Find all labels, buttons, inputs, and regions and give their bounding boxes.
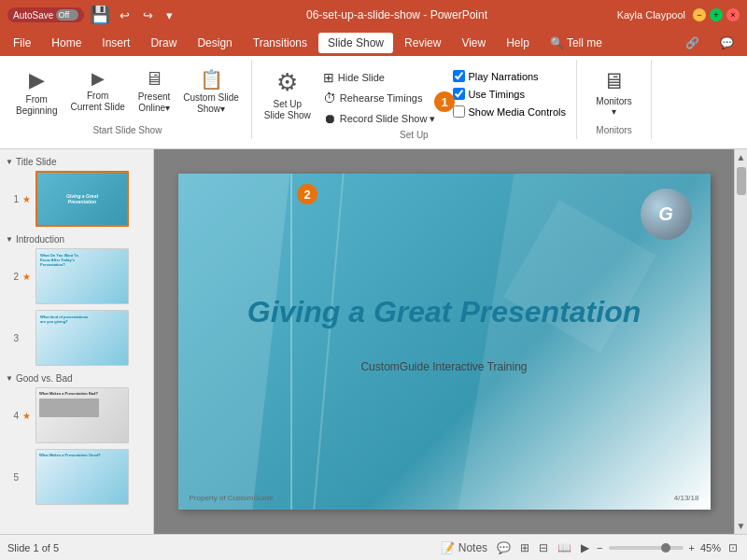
scroll-up-arrow[interactable]: ▲ <box>734 149 747 165</box>
zoom-minus[interactable]: − <box>597 542 602 553</box>
menu-help[interactable]: Help <box>497 33 539 53</box>
play-narrations-input[interactable] <box>453 70 465 82</box>
minimize-button[interactable]: − <box>693 8 706 21</box>
play-narrations-checkbox[interactable]: Play Narrations <box>450 69 569 83</box>
notes-button[interactable]: 📝 Notes <box>439 539 489 556</box>
menu-insert[interactable]: Insert <box>92 33 139 53</box>
slide-star-5: ★ <box>22 472 32 483</box>
menu-design[interactable]: Design <box>188 33 241 53</box>
setup-slide-show-button[interactable]: ⚙ Set UpSlide Show <box>260 65 316 124</box>
undo-button[interactable]: ↩ <box>116 7 134 24</box>
play-narrations-label: Play Narrations <box>468 71 538 82</box>
custom-slide-show-label: Custom SlideShow▾ <box>183 92 238 115</box>
slide-star-3: ★ <box>22 333 32 343</box>
ribbon-group-monitors: 🖥 Monitors▾ Monitors <box>577 60 652 139</box>
maximize-button[interactable]: + <box>710 8 723 21</box>
more-options-button[interactable]: ▾ <box>162 7 176 24</box>
slide-thumb-1[interactable]: Giving a GreatPresentation <box>35 171 129 227</box>
section-introduction[interactable]: ▼ Introduction <box>4 231 149 246</box>
show-media-controls-input[interactable] <box>453 105 465 118</box>
present-online-label: PresentOnline▾ <box>138 91 170 114</box>
menu-view[interactable]: View <box>452 33 495 53</box>
slide-canvas[interactable]: G Giving a Great Presentation CustomGuid… <box>178 174 711 510</box>
setup-group-label: Set Up <box>400 128 429 142</box>
section-title-slide[interactable]: ▼ Title Slide <box>4 153 149 169</box>
menu-review[interactable]: Review <box>395 33 450 53</box>
present-online-button[interactable]: 🖥 PresentOnline▾ <box>134 65 175 117</box>
section-good-vs-bad[interactable]: ▼ Good vs. Bad <box>4 370 149 385</box>
menu-home[interactable]: Home <box>42 33 91 53</box>
annotation-2: 2 <box>297 184 317 204</box>
menu-bar: File Home Insert Draw Design Transitions… <box>0 30 747 56</box>
status-bar: Slide 1 of 5 📝 Notes 💬 ⊞ ⊟ 📖 ▶ − + 45% ⊡ <box>0 534 747 560</box>
use-timings-input[interactable] <box>453 88 465 100</box>
rehearse-timings-button[interactable]: ⏱ Rehearse Timings <box>319 89 440 107</box>
menu-transitions[interactable]: Transitions <box>244 33 317 53</box>
slide-thumb-5[interactable]: What Makes a Presentation Good? <box>35 449 129 505</box>
save-icon[interactable]: 💾 <box>90 5 110 25</box>
filename-label: 06-set-up-a-slide-show - PowerPoint <box>306 8 487 21</box>
menu-slideshow[interactable]: Slide Show <box>318 33 393 53</box>
fit-slide-button[interactable]: ⊡ <box>726 539 740 556</box>
monitors-button[interactable]: 🖥 Monitors▾ <box>591 65 636 119</box>
setup-icon: ⚙ <box>276 68 298 97</box>
monitors-buttons: 🖥 Monitors▾ <box>591 62 636 123</box>
slide-item-1[interactable]: 1 ★ Giving a GreatPresentation <box>4 169 149 229</box>
monitors-icon: 🖥 <box>602 68 625 94</box>
ribbon-group-start-slideshow: ▶ FromBeginning ▶ FromCurrent Slide 🖥 Pr… <box>4 60 252 139</box>
slide-subtitle: CustomGuide Interactive Training <box>216 360 673 373</box>
close-button[interactable]: × <box>726 8 740 21</box>
hide-slide-button[interactable]: ⊞ Hide Slide <box>319 68 440 87</box>
slide-item-4[interactable]: 4 ★ What Makes a Presentation Bad? <box>4 385 149 445</box>
scroll-down-arrow[interactable]: ▼ <box>734 518 747 534</box>
slide-item-2[interactable]: 2 ★ What Do You Want ToKnow After Today'… <box>4 246 149 306</box>
normal-view-button[interactable]: ⊞ <box>518 539 531 556</box>
from-current-label: FromCurrent Slide <box>70 91 124 113</box>
record-slide-show-button[interactable]: ⏺ Record Slide Show ▾ <box>319 109 440 128</box>
menu-file[interactable]: File <box>4 33 40 53</box>
section-arrow-1: ▼ <box>6 158 13 166</box>
slide-item-3[interactable]: 3 ★ What kind of presentationsare you gi… <box>4 308 149 368</box>
share-button[interactable]: 🔗 <box>676 33 709 53</box>
slide-thumb-4[interactable]: What Makes a Presentation Bad? <box>35 387 129 443</box>
show-media-controls-label: Show Media Controls <box>468 106 566 118</box>
zoom-slider[interactable] <box>609 546 684 550</box>
comment-button[interactable]: 💬 <box>711 33 743 53</box>
slide-thumb-3[interactable]: What kind of presentationsare you giving… <box>35 310 129 366</box>
vertical-scrollbar[interactable]: ▲ ▼ <box>734 149 747 534</box>
from-beginning-button[interactable]: ▶ FromBeginning <box>11 65 62 119</box>
status-right: 📝 Notes 💬 ⊞ ⊟ 📖 ▶ − + 45% ⊡ <box>439 539 740 556</box>
menu-draw[interactable]: Draw <box>141 33 186 53</box>
redo-button[interactable]: ↪ <box>139 7 157 24</box>
slide-thumb-2[interactable]: What Do You Want ToKnow After Today'sPre… <box>35 248 129 304</box>
slide-item-5[interactable]: 5 ★ What Makes a Presentation Good? <box>4 447 149 507</box>
slide-sorter-button[interactable]: ⊟ <box>537 539 550 556</box>
comments-button[interactable]: 💬 <box>495 539 513 556</box>
slide-number-4: 4 <box>6 411 19 421</box>
autosave-toggle[interactable]: Off <box>56 9 78 21</box>
notes-icon: 📝 <box>441 541 455 554</box>
custom-slide-show-button[interactable]: 📋 Custom SlideShow▾ <box>178 65 243 118</box>
slide-page: 4/13/18 <box>674 494 699 502</box>
use-timings-checkbox[interactable]: Use Timings <box>450 87 569 101</box>
slide-logo: G <box>641 189 692 240</box>
slide-number-3: 3 <box>6 333 19 343</box>
zoom-thumb <box>661 543 670 553</box>
ribbon: 1 2 ▶ FromBeginning ▶ FromCurrent Slide … <box>0 56 747 149</box>
menu-search[interactable]: 🔍 Tell me <box>541 33 612 53</box>
start-slideshow-buttons: ▶ FromBeginning ▶ FromCurrent Slide 🖥 Pr… <box>11 62 244 123</box>
reading-view-button[interactable]: 📖 <box>556 539 573 556</box>
from-current-slide-button[interactable]: ▶ FromCurrent Slide <box>65 65 129 116</box>
notes-label: Notes <box>458 541 487 554</box>
present-online-icon: 🖥 <box>145 68 163 90</box>
slideshow-view-button[interactable]: ▶ <box>579 539 591 556</box>
custom-slide-show-icon: 📋 <box>200 68 223 91</box>
zoom-plus[interactable]: + <box>689 542 695 553</box>
setup-label: Set UpSlide Show <box>264 99 311 121</box>
show-media-controls-checkbox[interactable]: Show Media Controls <box>450 105 569 119</box>
monitors-label: Monitors▾ <box>596 96 631 117</box>
slide-star-4: ★ <box>22 411 32 421</box>
canvas-area: G Giving a Great Presentation CustomGuid… <box>154 149 734 534</box>
scroll-thumb[interactable] <box>737 167 746 195</box>
autosave-indicator[interactable]: AutoSave Off <box>7 7 84 22</box>
